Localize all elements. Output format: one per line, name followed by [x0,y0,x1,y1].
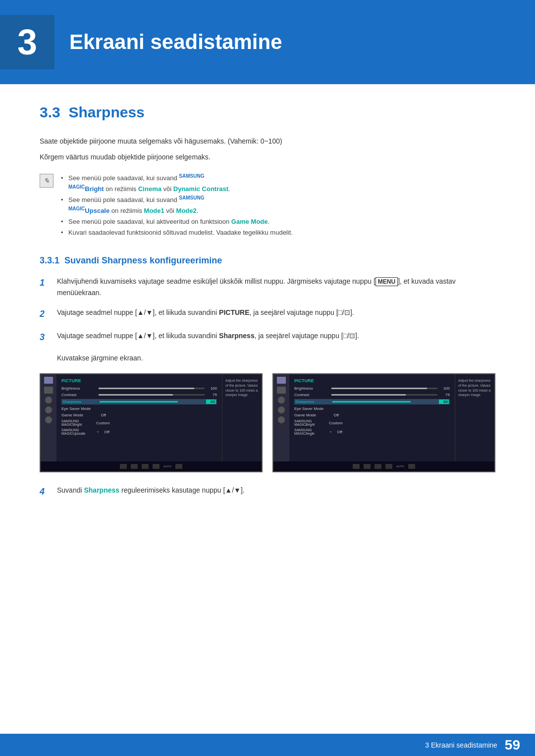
note-box: ✎ See menüü pole saadaval, kui suvand SA… [40,173,495,239]
note-item-2: See menüü pole saadaval, kui suvand SAMS… [61,195,293,216]
note1-cinema: Cinema [138,185,161,193]
note1-bright: Bright [85,185,104,193]
menu-row-sharpness-2: Sharpness 80 [294,399,450,404]
menu-row-brightness-1: Brightness 100 [61,386,217,391]
menu-row-eyesaver-1: Eye Saver Mode [61,406,217,411]
intro-line2: Kõrgem väärtus muudab objektide piirjoon… [40,151,495,162]
step-text-1: Klahvijuhendi kuvamiseks vajutage seadme… [57,276,495,298]
screen-menu-2: PICTURE Brightness 100 Contrast 75 Sharp… [289,374,455,471]
step-4: 4 Suvandi Sharpness reguleerimiseks kasu… [40,485,495,499]
note-list: See menüü pole saadaval, kui suvand SAMS… [61,173,293,239]
step-number-1: 1 [40,276,50,298]
step-text-3: Vajutage seadmel nuppe [▲/▼], et liikuda… [57,330,495,363]
bottom-btn-2-auto: AUTO [396,465,405,468]
chapter-number: 3 [17,24,37,60]
menu-row-sharpness-1: Sharpness 80 [61,399,217,404]
screen-inner-1: PICTURE Brightness 100 Contrast 75 Sharp… [41,374,262,471]
note-item-4: Kuvari saadaolevad funktsioonid sõltuvad… [61,227,293,238]
step-3: 3 Vajutage seadmel nuppe [▲/▼], et liiku… [40,330,495,363]
note1-dynamic: Dynamic Contrast [173,185,228,193]
screen-inner-2: PICTURE Brightness 100 Contrast 75 Sharp… [273,374,494,471]
screen-preview-1: PICTURE Brightness 100 Contrast 75 Sharp… [40,373,263,472]
chapter-number-box: 3 [0,15,54,69]
step-number-4: 4 [40,485,50,499]
bottom-btn-2-right [385,464,392,469]
menu-row-magicupscale-1: SAMSUNGMAGICUpscale ▼ Off [61,428,217,435]
section-title: 3.3 Sharpness [40,104,495,121]
step4-sharpness: Sharpness [84,486,119,494]
menu-row-contrast-1: Contrast 75 [61,393,217,397]
step-text-2: Vajutage seadmel nuppe [▲/▼], et liikuda… [57,307,495,321]
bottom-btn-2-up [374,464,381,469]
screen-description-1: Adjust the sharpness of the picture. Val… [222,374,262,471]
sidebar-icon-2-4 [278,406,285,413]
bottom-btn-2-power [408,464,415,469]
step3-sharpness: Sharpness [219,332,255,340]
screen-bottom-bar-2: AUTO [273,461,494,471]
screen-menu-title-1: PICTURE [61,378,217,383]
menu-row-contrast-2: Contrast 75 [294,393,450,397]
note3-gamemode: Game Mode [231,218,268,225]
note-item-3: See menüü pole saadaval, kui aktiveeritu… [61,216,293,227]
bottom-btn-2-left [353,464,360,469]
step-number-3: 3 [40,330,50,363]
menu-row-magicbright-2: SAMSUNGMAGICBright Custom [294,419,450,426]
screen-previews: PICTURE Brightness 100 Contrast 75 Sharp… [40,373,495,472]
sidebar-icon-1 [44,377,53,384]
chapter-title: Ekraani seadistamine [69,30,282,54]
note-item-1: See menüü pole saadaval, kui suvand SAMS… [61,173,293,195]
menu-row-eyesaver-2: Eye Saver Mode [294,406,450,411]
screen-menu-1: PICTURE Brightness 100 Contrast 75 Sharp… [56,374,222,471]
screen-sidebar-1 [41,374,56,471]
sidebar-icon-2-5 [278,416,285,423]
screen-sub-text: Kuvatakse järgmine ekraan. [57,354,143,362]
sidebar-icon-5 [45,416,52,423]
sidebar-icon-2-2 [277,387,286,394]
steps-list: 1 Klahvijuhendi kuvamiseks vajutage sead… [40,276,495,363]
screen-sidebar-2 [273,374,289,471]
bottom-btn-power [175,464,182,469]
menu-row-magicangle-2: SAMSUNGMAGICAngle ▼ Off [294,428,450,435]
note2-mode2: Mode2 [176,207,197,214]
sidebar-icon-2-3 [278,397,285,403]
sidebar-icon-3 [45,397,52,403]
bottom-btn-right [153,464,160,469]
bottom-btn-2-down [364,464,371,469]
sidebar-icon-4 [45,406,52,413]
step-2: 2 Vajutage seadmel nuppe [▲/▼], et liiku… [40,307,495,321]
bottom-btn-left [120,464,127,469]
page-footer: 3 Ekraani seadistamine 59 [0,734,535,756]
note-icon: ✎ [40,174,54,188]
sidebar-icon-2 [44,387,53,394]
footer-text: 3 Ekraani seadistamine [425,741,497,749]
note2-upscale: Upscale [85,207,109,214]
step2-picture: PICTURE [219,308,249,316]
menu-row-magicbright-1: SAMSUNGMAGICBright Custom [61,419,217,426]
footer-page-number: 59 [505,737,520,753]
subsection-title: 3.3.1 Suvandi Sharpness konfigureerimine [40,255,495,266]
step-number-2: 2 [40,307,50,321]
main-content: 3.3 Sharpness Saate objektide piirjoone … [0,104,535,499]
menu-row-gamemode-1: Game Mode Off [61,413,217,417]
note2-mode1: Mode1 [144,207,164,214]
bottom-btn-up [142,464,149,469]
screen-description-2: Adjust the sharpness of the picture. Val… [455,374,494,471]
bottom-btn-auto: AUTO [163,465,172,468]
page-header: 3 Ekraani seadistamine [0,0,535,84]
intro-line1: Saate objektide piirjoone muuta selgemak… [40,136,495,147]
menu-key: MENU [375,277,398,286]
screen-preview-2: PICTURE Brightness 100 Contrast 75 Sharp… [272,373,495,472]
menu-row-gamemode-2: Game Mode Off [294,413,450,417]
screen-menu-title-2: PICTURE [294,378,450,383]
step-1: 1 Klahvijuhendi kuvamiseks vajutage sead… [40,276,495,298]
screen-bottom-bar-1: AUTO [41,461,262,471]
menu-row-brightness-2: Brightness 100 [294,386,450,391]
step-text-4: Suvandi Sharpness reguleerimiseks kasuta… [57,485,495,499]
sidebar-icon-2-1 [277,377,286,384]
bottom-btn-down [131,464,138,469]
